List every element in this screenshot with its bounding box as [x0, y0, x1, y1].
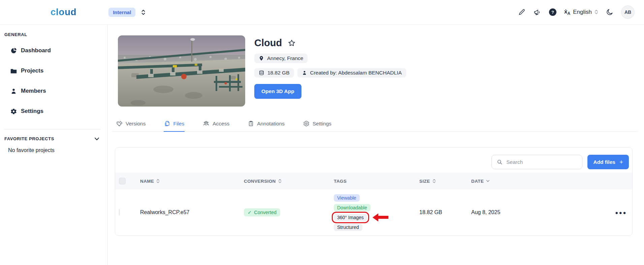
check-icon: ✓ [248, 210, 252, 215]
sidebar-item-settings[interactable]: Settings [0, 101, 107, 121]
project-title: Cloud [254, 37, 282, 49]
column-label: DATE [471, 179, 484, 184]
sidebar-item-label: Settings [21, 108, 43, 115]
annotation-arrow [373, 213, 388, 222]
creator-chip: Created by: Abdessalam BENCHADLIA [297, 68, 406, 78]
sidebar-item-members[interactable]: Members [0, 81, 107, 101]
size-chip: 18.82 GB [254, 68, 294, 78]
sidebar-section-general: GENERAL [0, 32, 107, 37]
tab-label: Settings [313, 121, 331, 127]
conversion-status-badge: ✓ Converted [244, 208, 280, 216]
search-icon [497, 159, 503, 165]
row-checkbox[interactable] [119, 209, 120, 215]
sort-desc-icon [486, 180, 490, 182]
database-icon [259, 70, 264, 76]
open-3d-app-button[interactable]: Open 3D App [254, 84, 301, 99]
location-text: Annecy, France [267, 55, 303, 61]
tab-versions[interactable]: Versions [116, 116, 146, 132]
favorites-label: FAVORITE PROJECTS [4, 136, 54, 141]
add-files-button[interactable]: Add files + [587, 155, 629, 169]
sidebar-section-favorites[interactable]: FAVORITE PROJECTS [0, 136, 107, 141]
select-all-checkbox[interactable] [119, 178, 126, 184]
project-thumbnail [118, 35, 245, 107]
creator-text: Created by: Abdessalam BENCHADLIA [310, 70, 402, 76]
users-icon [203, 120, 210, 127]
language-selector[interactable]: ẋA English [564, 9, 598, 16]
chevron-updown-icon [594, 9, 598, 14]
tab-files[interactable]: Files [164, 116, 185, 132]
column-header-date[interactable]: DATE [467, 179, 602, 184]
sidebar-item-label: Dashboard [21, 47, 51, 54]
favorites-empty-text: No favorite projects [8, 147, 107, 153]
file-date: Aug 8, 2025 [467, 209, 602, 215]
tab-access[interactable]: Access [202, 116, 230, 132]
sidebar: GENERAL Dashboard Projects Members Setti… [0, 25, 108, 265]
gear-icon [10, 108, 17, 115]
sort-icon [278, 179, 282, 183]
column-label: TAGS [334, 179, 347, 184]
column-label: SIZE [419, 179, 430, 184]
person-icon [10, 88, 17, 95]
location-chip: Annecy, France [254, 54, 308, 63]
file-size: 18.82 GB [415, 209, 467, 215]
language-label: English [573, 9, 592, 16]
gear-icon [303, 120, 310, 127]
column-label: NAME [140, 179, 154, 184]
file-icon [164, 120, 170, 127]
tag-360-images: 360° Images [334, 214, 367, 221]
sidebar-item-label: Projects [21, 67, 43, 74]
file-name: Realworks_RCP.e57 [136, 209, 240, 215]
tag-structured: Structured [334, 224, 362, 231]
topbar-actions: ? ẋA English AB [518, 5, 635, 19]
conversion-label: Converted [254, 210, 277, 215]
column-header-size[interactable]: SIZE [415, 179, 467, 184]
sidebar-item-projects[interactable]: Projects [0, 61, 107, 81]
app-logo[interactable]: cloud [51, 7, 76, 18]
sidebar-item-dashboard[interactable]: Dashboard [0, 40, 107, 61]
table-header: NAME CONVERSION TAGS SIZE DATE [115, 173, 632, 189]
dark-mode-icon[interactable] [606, 8, 613, 16]
clipboard-icon [248, 120, 254, 127]
sort-icon [156, 179, 160, 183]
person-icon [302, 70, 307, 76]
workspace-switcher-icon[interactable] [141, 9, 146, 15]
announcements-icon[interactable] [533, 8, 541, 16]
column-header-name[interactable]: NAME [136, 179, 240, 184]
location-pin-icon [259, 55, 264, 61]
translate-icon: ẋA [564, 9, 570, 16]
row-menu-icon[interactable]: ●●● [615, 210, 627, 215]
search-input[interactable] [506, 159, 577, 165]
sort-icon [432, 179, 436, 183]
tab-settings[interactable]: Settings [303, 116, 332, 132]
plus-icon: + [619, 158, 623, 166]
tab-label: Annotations [257, 121, 285, 127]
tag-viewable: Viewable [334, 194, 360, 202]
edit-icon[interactable] [518, 8, 525, 16]
favorite-star-icon[interactable] [288, 39, 296, 47]
chevron-down-icon [94, 137, 99, 141]
size-text: 18.82 GB [267, 70, 290, 76]
tab-label: Access [213, 121, 229, 127]
column-label: CONVERSION [244, 179, 276, 184]
help-icon[interactable]: ? [549, 8, 556, 16]
files-card: Add files + NAME CONVERSION TAGS [115, 147, 633, 236]
content: Cloud Annecy, France 18.82 GB [108, 25, 644, 265]
project-tabs: Versions Files Access Annotations Settin… [112, 116, 638, 132]
workspace-badge[interactable]: Internal [108, 8, 135, 17]
tab-label: Versions [126, 121, 146, 127]
sidebar-divider [4, 129, 101, 129]
tab-label: Files [173, 121, 184, 127]
sidebar-item-label: Members [21, 88, 46, 94]
search-box[interactable] [491, 155, 582, 169]
dashboard-icon [10, 47, 17, 54]
add-files-label: Add files [593, 159, 615, 165]
tag-icon [116, 120, 123, 127]
folder-icon [10, 67, 17, 75]
column-header-tags[interactable]: TAGS [330, 179, 415, 184]
column-header-conversion[interactable]: CONVERSION [240, 179, 330, 184]
avatar[interactable]: AB [621, 5, 635, 19]
table-row[interactable]: Realworks_RCP.e57 ✓ Converted Viewable D… [115, 189, 632, 235]
topbar: cloud Internal ? ẋA English AB [0, 0, 644, 25]
tab-annotations[interactable]: Annotations [248, 116, 285, 132]
tag-downloadable: Downloadable [334, 204, 371, 211]
